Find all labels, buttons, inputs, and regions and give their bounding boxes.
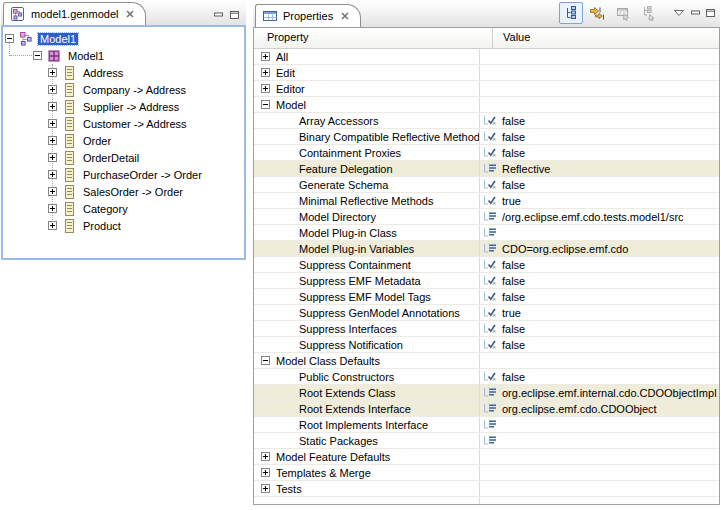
- expand-box-icon[interactable]: [261, 484, 270, 493]
- editor-tab[interactable]: model1.genmodel: [3, 2, 146, 25]
- properties-tab[interactable]: Properties: [255, 4, 361, 27]
- maximize-icon[interactable]: [704, 7, 717, 19]
- value-cell[interactable]: false: [479, 129, 719, 144]
- collapse-box-icon[interactable]: [261, 356, 270, 365]
- expand-box-icon[interactable]: [48, 221, 57, 230]
- tree-item-product[interactable]: Product: [3, 217, 244, 234]
- category-row-all[interactable]: All: [254, 49, 719, 65]
- category-row-model-class-defaults[interactable]: Model Class Defaults: [254, 353, 719, 369]
- value-cell[interactable]: false: [479, 337, 719, 352]
- view-menu-icon[interactable]: [671, 9, 687, 17]
- value-cell[interactable]: false: [479, 177, 719, 192]
- tree-item-orderdetail[interactable]: OrderDetail: [3, 149, 244, 166]
- value-cell[interactable]: false: [479, 369, 719, 384]
- category-row-edit[interactable]: Edit: [254, 65, 719, 81]
- property-row-root-extends-interface[interactable]: Root Extends Interfaceorg.eclipse.emf.cd…: [254, 401, 719, 417]
- property-row-model-directory[interactable]: Model Directory/org.eclipse.emf.cdo.test…: [254, 209, 719, 225]
- value-cell[interactable]: true: [479, 305, 719, 320]
- tree-item-company-address[interactable]: Company -> Address: [3, 81, 244, 98]
- property-row-suppress-interfaces[interactable]: Suppress Interfacesfalse: [254, 321, 719, 337]
- collapse-box-icon[interactable]: [261, 100, 270, 109]
- property-row-model-plug-in-variables[interactable]: Model Plug-in VariablesCDO=org.eclipse.e…: [254, 241, 719, 257]
- value-cell[interactable]: false: [479, 273, 719, 288]
- expand-box-icon[interactable]: [48, 68, 57, 77]
- category-row-model-feature-defaults[interactable]: Model Feature Defaults: [254, 449, 719, 465]
- property-row-root-extends-class[interactable]: Root Extends Classorg.eclipse.emf.intern…: [254, 385, 719, 401]
- category-row-model[interactable]: Model: [254, 97, 719, 113]
- property-row-public-constructors[interactable]: Public Constructorsfalse: [254, 369, 719, 385]
- property-label: Suppress Containment: [299, 259, 411, 271]
- property-row-suppress-containment[interactable]: Suppress Containmentfalse: [254, 257, 719, 273]
- show-categories-button[interactable]: [559, 2, 583, 24]
- value-cell[interactable]: false: [479, 257, 719, 272]
- expand-box-icon[interactable]: [261, 52, 270, 61]
- value-cell[interactable]: [479, 417, 719, 432]
- close-icon[interactable]: [340, 11, 350, 21]
- expand-box-icon[interactable]: [48, 136, 57, 145]
- value-cell[interactable]: false: [479, 289, 719, 304]
- property-row-suppress-genmodel-annotations[interactable]: Suppress GenModel Annotationstrue: [254, 305, 719, 321]
- tree-item-model1[interactable]: Model1: [3, 30, 244, 47]
- text-icon: [483, 211, 498, 222]
- property-row-suppress-emf-model-tags[interactable]: Suppress EMF Model Tagsfalse: [254, 289, 719, 305]
- property-row-model-plug-in-class[interactable]: Model Plug-in Class: [254, 225, 719, 241]
- property-row-static-packages[interactable]: Static Packages: [254, 433, 719, 449]
- expand-box-icon[interactable]: [48, 102, 57, 111]
- value-cell[interactable]: /org.eclipse.emf.cdo.tests.model1/src: [479, 209, 719, 224]
- property-row-array-accessors[interactable]: Array Accessorsfalse: [254, 113, 719, 129]
- value-cell[interactable]: org.eclipse.emf.internal.cdo.CDOObjectIm…: [479, 385, 719, 400]
- property-row-containment-proxies[interactable]: Containment Proxiesfalse: [254, 145, 719, 161]
- collapse-box-icon[interactable]: [33, 51, 42, 60]
- property-row-generate-schema[interactable]: Generate Schemafalse: [254, 177, 719, 193]
- property-row-binary-compatible-reflective-methods[interactable]: Binary Compatible Reflective Methodsfals…: [254, 129, 719, 145]
- tree-item-model1[interactable]: Model1: [3, 47, 244, 64]
- property-row-root-implements-interface[interactable]: Root Implements Interface: [254, 417, 719, 433]
- tree-item-purchaseorder-order[interactable]: PurchaseOrder -> Order: [3, 166, 244, 183]
- expand-box-icon[interactable]: [48, 170, 57, 179]
- property-row-feature-delegation[interactable]: Feature DelegationReflective: [254, 161, 719, 177]
- expand-box-icon[interactable]: [48, 85, 57, 94]
- category-row-templates-merge[interactable]: Templates & Merge: [254, 465, 719, 481]
- property-row-suppress-emf-metadata[interactable]: Suppress EMF Metadatafalse: [254, 273, 719, 289]
- property-row-minimal-reflective-methods[interactable]: Minimal Reflective Methodstrue: [254, 193, 719, 209]
- expand-box-icon[interactable]: [261, 68, 270, 77]
- expand-box-icon[interactable]: [261, 468, 270, 477]
- value-cell[interactable]: [479, 433, 719, 448]
- value-cell[interactable]: false: [479, 321, 719, 336]
- tree-item-address[interactable]: Address: [3, 64, 244, 81]
- category-label: Templates & Merge: [276, 467, 371, 479]
- tree-item-supplier-address[interactable]: Supplier -> Address: [3, 98, 244, 115]
- expand-box-icon[interactable]: [48, 187, 57, 196]
- column-header-value[interactable]: Value: [492, 28, 719, 48]
- expand-box-icon[interactable]: [48, 119, 57, 128]
- property-value: Reflective: [502, 163, 550, 175]
- tree-item-label: Product: [81, 220, 123, 232]
- expand-box-icon[interactable]: [48, 153, 57, 162]
- show-advanced-properties-button[interactable]: [585, 2, 609, 24]
- boolean-icon: [483, 147, 498, 158]
- minimize-icon[interactable]: [212, 9, 225, 21]
- maximize-icon[interactable]: [228, 9, 241, 21]
- boolean-icon: [483, 179, 498, 190]
- value-cell[interactable]: true: [479, 193, 719, 208]
- column-header-property[interactable]: Property: [254, 28, 492, 48]
- expand-box-icon[interactable]: [48, 204, 57, 213]
- expand-box-icon[interactable]: [261, 452, 270, 461]
- expand-box-icon[interactable]: [261, 84, 270, 93]
- value-cell[interactable]: [479, 225, 719, 240]
- category-row-tests[interactable]: Tests: [254, 481, 719, 497]
- property-row-suppress-notification[interactable]: Suppress Notificationfalse: [254, 337, 719, 353]
- value-cell[interactable]: CDO=org.eclipse.emf.cdo: [479, 241, 719, 256]
- category-row-editor[interactable]: Editor: [254, 81, 719, 97]
- value-cell[interactable]: false: [479, 113, 719, 128]
- tree-item-customer-address[interactable]: Customer -> Address: [3, 115, 244, 132]
- value-cell[interactable]: org.eclipse.emf.cdo.CDOObject: [479, 401, 719, 416]
- value-cell[interactable]: Reflective: [479, 161, 719, 176]
- collapse-box-icon[interactable]: [5, 34, 14, 43]
- tree-item-salesorder-order[interactable]: SalesOrder -> Order: [3, 183, 244, 200]
- value-cell[interactable]: false: [479, 145, 719, 160]
- close-icon[interactable]: [125, 9, 135, 19]
- tree-item-order[interactable]: Order: [3, 132, 244, 149]
- tree-item-category[interactable]: Category: [3, 200, 244, 217]
- minimize-icon[interactable]: [689, 7, 702, 19]
